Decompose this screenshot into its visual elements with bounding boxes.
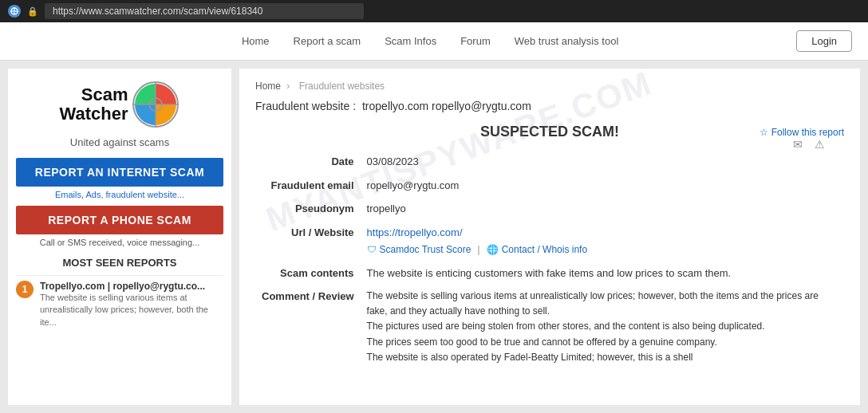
date-value: 03/08/2023 xyxy=(361,150,844,174)
browser-icon xyxy=(8,5,21,18)
url-label: Url / Website xyxy=(255,221,361,262)
logo-row: Scam Watcher xyxy=(60,81,180,128)
comment-row: Comment / Review The website is selling … xyxy=(255,285,844,369)
alert-icon[interactable]: ⚠ xyxy=(811,136,828,153)
content-area: MYANTISPYWARE.COM Home › Fraudulent webs… xyxy=(239,69,860,405)
logo-graphic xyxy=(132,81,180,128)
nav-web-trust[interactable]: Web trust analysis tool xyxy=(515,35,619,47)
breadcrumb-current: Fraudulent websites xyxy=(299,81,385,92)
logo-area: Scam Watcher xyxy=(60,81,180,128)
list-item: 1 Tropellyo.com | ropellyo@rygtu.co... T… xyxy=(16,275,223,333)
report-item-title[interactable]: Tropellyo.com | ropellyo@rygtu.co... xyxy=(40,281,223,292)
most-seen-title: MOST SEEN REPORTS xyxy=(62,257,176,269)
lock-icon: 🔒 xyxy=(27,6,38,17)
nav-home[interactable]: Home xyxy=(242,35,270,47)
nav-links: Home Report a scam Scam Infos Forum Web … xyxy=(88,35,772,47)
action-icons: ✉ ⚠ xyxy=(789,136,828,153)
url-link[interactable]: https://tropellyo.com/ xyxy=(367,226,463,238)
report-item-content: Tropellyo.com | ropellyo@rygtu.co... The… xyxy=(40,281,223,328)
fraud-title: Fraudulent website : tropellyo.com ropel… xyxy=(255,100,531,112)
fraud-title-row: Fraudulent website : tropellyo.com ropel… xyxy=(255,100,844,119)
comment-value: The website is selling various items at … xyxy=(361,285,844,369)
report-rank: 1 xyxy=(16,281,34,298)
report-phone-subtitle: Call or SMS received, voice messaging... xyxy=(40,238,200,247)
date-row: Date 03/08/2023 xyxy=(255,150,844,174)
report-internet-button[interactable]: REPORT AN INTERNET SCAM xyxy=(16,158,223,187)
contact-link[interactable]: Contact / Whois info xyxy=(502,242,587,257)
trust-score-link[interactable]: Scamdoc Trust Score xyxy=(380,242,471,257)
url-row: Url / Website https://tropellyo.com/ 🛡 S… xyxy=(255,221,844,262)
shield-icon: 🛡 xyxy=(367,242,377,257)
tagline: United against scams xyxy=(70,136,169,148)
suspected-scam-header: SUSPECTED SCAM! ☆ Follow this report xyxy=(255,124,844,140)
url-bar[interactable]: https://www.scamwatcher.com/scam/view/61… xyxy=(45,3,364,19)
sidebar: Scam Watcher xyxy=(8,69,231,405)
report-internet-subtitle: Emails, Ads, fraudulent website... xyxy=(55,190,184,199)
fraud-email-label: Fraudulent email xyxy=(255,174,361,198)
pseudonym-row: Pseudonym tropellyo xyxy=(255,197,844,221)
login-button[interactable]: Login xyxy=(796,30,852,52)
url-value: https://tropellyo.com/ 🛡 Scamdoc Trust S… xyxy=(361,221,844,262)
fraud-value: tropellyo.com ropellyo@rygtu.com xyxy=(362,100,531,112)
logo-text: Scam Watcher xyxy=(60,85,128,124)
suspected-scam-badge: SUSPECTED SCAM! xyxy=(480,124,619,140)
logo-scam: Scam xyxy=(60,85,128,104)
pseudonym-label: Pseudonym xyxy=(255,197,361,221)
nav-report-scam[interactable]: Report a scam xyxy=(294,35,361,47)
date-label: Date xyxy=(255,150,361,174)
nav-forum[interactable]: Forum xyxy=(460,35,491,47)
breadcrumb: Home › Fraudulent websites xyxy=(255,81,844,92)
star-icon: ☆ xyxy=(760,127,768,138)
fraud-email-row: Fraudulent email ropellyo@rygtu.com xyxy=(255,174,844,198)
trust-score-row: 🛡 Scamdoc Trust Score | 🌐 Contact / Whoi… xyxy=(367,242,588,258)
pseudonym-value: tropellyo xyxy=(361,197,844,221)
report-item-desc: The website is selling various items at … xyxy=(40,292,223,328)
breadcrumb-home[interactable]: Home xyxy=(255,81,281,92)
scam-contents-label: Scam contents xyxy=(255,262,361,285)
email-icon[interactable]: ✉ xyxy=(789,136,807,153)
fraud-email-value: ropellyo@rygtu.com xyxy=(361,174,844,198)
comment-label: Comment / Review xyxy=(255,285,361,369)
url-text: https://www.scamwatcher.com/scam/view/61… xyxy=(53,6,262,17)
pipe-divider: | xyxy=(477,242,479,258)
report-phone-button[interactable]: REPORT A PHONE SCAM xyxy=(16,206,223,234)
logo-watcher: Watcher xyxy=(60,104,128,124)
fraud-label: Fraudulent website : xyxy=(255,100,356,112)
detail-table: Date 03/08/2023 Fraudulent email ropelly… xyxy=(255,150,844,369)
scam-contents-row: Scam contents The website is enticing cu… xyxy=(255,262,844,285)
top-bar: 🔒 https://www.scamwatcher.com/scam/view/… xyxy=(0,0,868,22)
main-container: Scam Watcher xyxy=(0,61,868,413)
nav-scam-infos[interactable]: Scam Infos xyxy=(385,35,436,47)
globe-icon: 🌐 xyxy=(487,242,499,257)
breadcrumb-separator: › xyxy=(286,81,290,92)
scam-contents-value: The website is enticing customers with f… xyxy=(361,262,844,285)
nav-bar: Home Report a scam Scam Infos Forum Web … xyxy=(0,22,868,61)
